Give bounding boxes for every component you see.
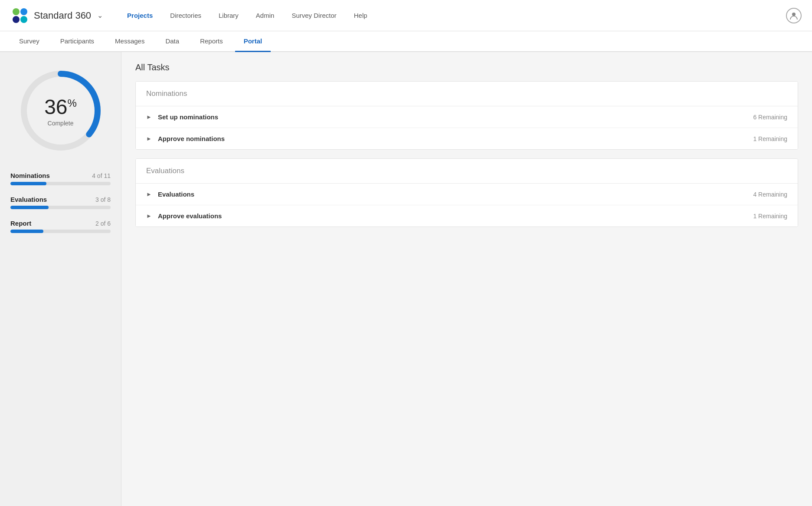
- tab-reports[interactable]: Reports: [191, 31, 232, 52]
- progress-evaluations-name: Evaluations: [10, 196, 47, 203]
- task-row-approve-nominations[interactable]: ► Approve nominations 1 Remaining: [136, 128, 798, 149]
- logo-area[interactable]: Standard 360 ⌄: [10, 6, 103, 25]
- donut-center: 36% Complete: [44, 95, 77, 127]
- task-section-evaluations: Evaluations ► Evaluations 4 Remaining ► …: [135, 158, 798, 227]
- progress-nominations-name: Nominations: [10, 172, 50, 179]
- progress-nominations-header: Nominations 4 of 11: [10, 172, 111, 179]
- task-remaining-approve-nominations: 1 Remaining: [753, 135, 787, 142]
- tab-data[interactable]: Data: [157, 31, 188, 52]
- task-remaining-evaluations: 4 Remaining: [753, 191, 787, 198]
- nav-link-admin[interactable]: Admin: [249, 8, 282, 23]
- tab-portal[interactable]: Portal: [235, 31, 271, 52]
- task-remaining-set-up-nominations: 6 Remaining: [753, 114, 787, 121]
- nav-link-library[interactable]: Library: [212, 8, 246, 23]
- task-row-left-4: ► Approve evaluations: [146, 212, 222, 220]
- task-row-left-3: ► Evaluations: [146, 191, 194, 198]
- task-name-set-up-nominations: Set up nominations: [158, 113, 218, 121]
- task-row-approve-evaluations[interactable]: ► Approve evaluations 1 Remaining: [136, 205, 798, 227]
- main-layout: 36% Complete Nominations 4 of 11 Evaluat…: [0, 52, 812, 506]
- task-row-left-2: ► Approve nominations: [146, 135, 225, 142]
- progress-evaluations-bar-fill: [10, 206, 49, 209]
- donut-chart: 36% Complete: [15, 65, 106, 156]
- progress-evaluations: Evaluations 3 of 8: [10, 196, 111, 209]
- task-name-evaluations: Evaluations: [158, 191, 194, 198]
- tab-survey[interactable]: Survey: [10, 31, 48, 52]
- progress-report-bar-fill: [10, 230, 43, 233]
- chevron-right-icon-2: ►: [146, 135, 152, 142]
- logo-icon: [10, 6, 29, 25]
- nav-link-directories[interactable]: Directories: [163, 8, 208, 23]
- nav-link-projects[interactable]: Projects: [120, 8, 160, 23]
- svg-point-3: [20, 16, 27, 23]
- svg-point-0: [13, 8, 20, 15]
- task-section-nominations: Nominations ► Set up nominations 6 Remai…: [135, 81, 798, 150]
- progress-report-count: 2 of 6: [95, 220, 111, 227]
- progress-nominations-count: 4 of 11: [92, 172, 111, 179]
- progress-report-name: Report: [10, 220, 31, 227]
- chevron-right-icon-3: ►: [146, 191, 152, 197]
- svg-point-4: [792, 13, 796, 16]
- svg-point-2: [13, 16, 20, 23]
- progress-report-header: Report 2 of 6: [10, 220, 111, 227]
- nav-link-survey-director[interactable]: Survey Director: [285, 8, 343, 23]
- app-title-dropdown[interactable]: ⌄: [97, 11, 103, 20]
- progress-evaluations-count: 3 of 8: [95, 196, 111, 203]
- progress-evaluations-header: Evaluations 3 of 8: [10, 196, 111, 203]
- top-nav-links: Projects Directories Library Admin Surve…: [120, 8, 786, 23]
- all-tasks-title: All Tasks: [135, 62, 798, 72]
- progress-nominations-bar-bg: [10, 182, 111, 185]
- task-row-left: ► Set up nominations: [146, 113, 218, 121]
- progress-evaluations-bar-bg: [10, 206, 111, 209]
- task-name-approve-evaluations: Approve evaluations: [158, 212, 222, 220]
- nav-right: [786, 8, 802, 23]
- app-title: Standard 360: [34, 10, 91, 21]
- secondary-nav: Survey Participants Messages Data Report…: [0, 31, 812, 52]
- task-row-set-up-nominations[interactable]: ► Set up nominations 6 Remaining: [136, 106, 798, 128]
- task-remaining-approve-evaluations: 1 Remaining: [753, 213, 787, 220]
- chevron-right-icon: ►: [146, 114, 152, 120]
- right-panel: All Tasks Nominations ► Set up nominatio…: [121, 52, 812, 506]
- progress-report: Report 2 of 6: [10, 220, 111, 233]
- progress-nominations: Nominations 4 of 11: [10, 172, 111, 185]
- progress-nominations-bar-fill: [10, 182, 46, 185]
- donut-label: Complete: [44, 120, 77, 127]
- svg-point-1: [20, 8, 27, 15]
- nav-link-help[interactable]: Help: [347, 8, 374, 23]
- top-nav: Standard 360 ⌄ Projects Directories Libr…: [0, 0, 812, 31]
- left-panel: 36% Complete Nominations 4 of 11 Evaluat…: [0, 52, 121, 506]
- donut-percent: 36%: [44, 95, 77, 119]
- task-section-evaluations-header: Evaluations: [136, 159, 798, 184]
- progress-report-bar-bg: [10, 230, 111, 233]
- user-avatar[interactable]: [786, 8, 802, 23]
- task-row-evaluations[interactable]: ► Evaluations 4 Remaining: [136, 184, 798, 205]
- donut-chart-container: 36% Complete: [10, 65, 111, 156]
- tab-messages[interactable]: Messages: [106, 31, 153, 52]
- tab-participants[interactable]: Participants: [52, 31, 103, 52]
- chevron-right-icon-4: ►: [146, 213, 152, 219]
- task-name-approve-nominations: Approve nominations: [158, 135, 225, 142]
- task-section-nominations-header: Nominations: [136, 82, 798, 106]
